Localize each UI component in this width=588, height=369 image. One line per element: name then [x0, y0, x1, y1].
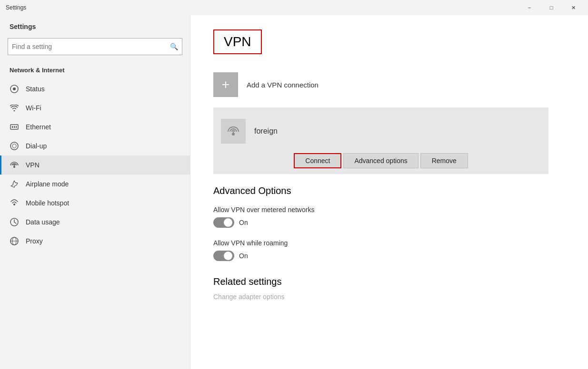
toggle-metered-row: On — [213, 217, 548, 228]
hotspot-icon — [10, 198, 19, 208]
sidebar-item-dialup[interactable]: Dial-up — [0, 136, 190, 155]
sidebar-item-label-status: Status — [26, 85, 45, 93]
app-title: Settings — [4, 4, 26, 11]
sidebar-item-label-wifi: Wi-Fi — [26, 104, 41, 112]
svg-point-14 — [232, 133, 235, 136]
add-vpn-row[interactable]: + Add a VPN connection — [213, 68, 548, 102]
toggle-roaming-section: Allow VPN while roaming On — [213, 239, 548, 261]
svg-rect-5 — [16, 126, 17, 128]
sidebar-item-proxy[interactable]: Proxy — [0, 232, 190, 251]
vpn-connection-icon — [221, 119, 246, 144]
svg-point-1 — [13, 87, 16, 90]
sidebar: Settings 🔍 Network & Internet Status W — [0, 15, 190, 369]
sidebar-item-label-airplane: Airplane mode — [26, 180, 69, 188]
svg-point-7 — [13, 166, 15, 168]
sidebar-item-label-vpn: VPN — [26, 161, 40, 169]
toggle-roaming-switch[interactable] — [213, 251, 234, 261]
vpn-nav-icon — [10, 160, 19, 170]
sidebar-item-label-ethernet: Ethernet — [26, 123, 51, 131]
add-vpn-label: Add a VPN connection — [247, 81, 319, 89]
dialup-icon — [10, 141, 19, 151]
connect-button[interactable]: Connect — [294, 153, 341, 168]
sidebar-item-ethernet[interactable]: Ethernet — [0, 117, 190, 136]
advanced-options-title: Advanced Options — [213, 185, 548, 196]
toggle-metered-state: On — [239, 219, 248, 226]
related-settings-section: Related settings Change adapter options — [213, 276, 548, 301]
sidebar-item-label-datausage: Data usage — [26, 218, 60, 226]
close-button[interactable]: ✕ — [562, 0, 584, 15]
search-box[interactable]: 🔍 — [8, 38, 182, 55]
change-adapter-link[interactable]: Change adapter options — [213, 293, 548, 301]
add-vpn-icon-box: + — [213, 72, 238, 97]
vpn-actions: Connect Advanced options Remove — [213, 149, 548, 174]
minimize-button[interactable]: − — [518, 0, 540, 15]
toggle-roaming-row: On — [213, 251, 548, 261]
sidebar-item-label-hotspot: Mobile hotspot — [26, 199, 69, 207]
airplane-icon — [10, 179, 19, 189]
svg-rect-3 — [12, 126, 13, 128]
sidebar-item-airplane[interactable]: Airplane mode — [0, 175, 190, 194]
advanced-options-section: Advanced Options Allow VPN over metered … — [213, 185, 548, 261]
app-body: Settings 🔍 Network & Internet Status W — [0, 15, 588, 369]
title-bar: Settings − □ ✕ — [0, 0, 588, 15]
add-plus-icon: + — [222, 78, 229, 91]
wifi-icon — [10, 103, 19, 113]
svg-rect-4 — [14, 126, 15, 128]
sidebar-item-label-dialup: Dial-up — [26, 142, 47, 150]
toggle-metered-section: Allow VPN over metered networks On — [213, 206, 548, 228]
vpn-connection-card: foreign Connect Advanced options Remove — [213, 107, 548, 174]
proxy-icon — [10, 236, 19, 246]
vpn-connection-row: foreign — [213, 113, 548, 149]
sidebar-item-datausage[interactable]: Data usage — [0, 213, 190, 232]
advanced-options-button[interactable]: Advanced options — [343, 153, 418, 168]
related-settings-title: Related settings — [213, 276, 548, 287]
sidebar-item-hotspot[interactable]: Mobile hotspot — [0, 194, 190, 213]
maximize-icon: □ — [550, 5, 553, 10]
page-title: VPN — [213, 29, 262, 54]
minimize-icon: − — [528, 5, 531, 10]
search-input[interactable] — [12, 43, 170, 50]
sidebar-item-status[interactable]: Status — [0, 79, 190, 98]
app-name: Settings — [0, 15, 190, 34]
svg-point-6 — [10, 142, 18, 150]
toggle-metered-label: Allow VPN over metered networks — [213, 206, 548, 214]
toggle-roaming-label: Allow VPN while roaming — [213, 239, 548, 247]
status-icon — [10, 84, 19, 94]
ethernet-icon — [10, 122, 19, 132]
datausage-icon — [10, 217, 19, 227]
maximize-button[interactable]: □ — [540, 0, 562, 15]
window-controls: − □ ✕ — [518, 0, 584, 15]
sidebar-item-label-proxy: Proxy — [26, 237, 43, 245]
toggle-roaming-state: On — [239, 252, 248, 260]
svg-point-9 — [13, 204, 15, 205]
sidebar-section-label: Network & Internet — [0, 63, 190, 79]
search-icon: 🔍 — [170, 43, 178, 50]
page-title-box: VPN — [213, 29, 548, 68]
vpn-connection-name: foreign — [254, 127, 278, 136]
sidebar-item-wifi[interactable]: Wi-Fi — [0, 98, 190, 117]
main-content: VPN + Add a VPN connection — [190, 15, 588, 369]
sidebar-item-vpn[interactable]: VPN — [0, 155, 190, 175]
remove-button[interactable]: Remove — [420, 153, 468, 168]
toggle-metered-switch[interactable] — [213, 217, 234, 228]
close-icon: ✕ — [571, 5, 576, 11]
